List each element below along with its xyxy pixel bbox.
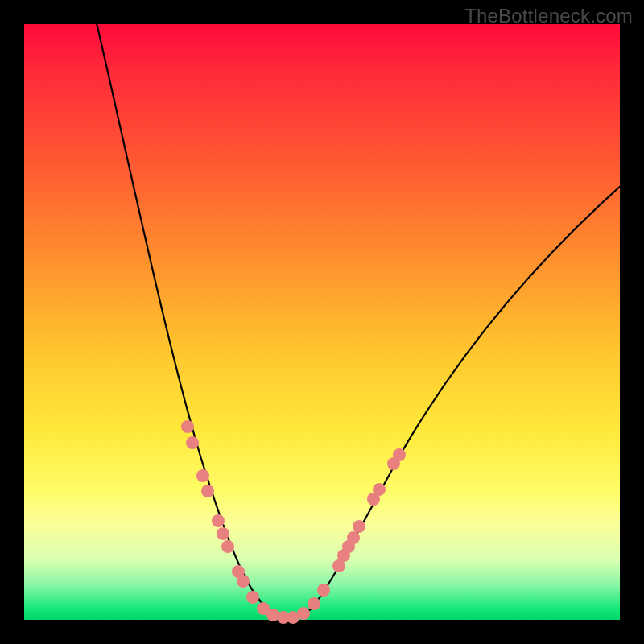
marker-group (181, 420, 406, 624)
curve-left-path (95, 16, 285, 618)
curve-marker (212, 514, 225, 527)
curve-marker (237, 575, 250, 588)
curve-marker (353, 520, 365, 533)
curve-marker (181, 420, 194, 433)
curve-marker (373, 483, 386, 496)
curve-marker (217, 527, 229, 540)
watermark-text: TheBottleneck.com (464, 5, 633, 27)
curve-marker (186, 436, 199, 449)
curve-marker (347, 531, 360, 544)
curve-marker (317, 584, 330, 597)
curve-marker (308, 597, 320, 610)
plot-frame (24, 24, 620, 620)
curve-marker (196, 469, 209, 482)
curve-marker (221, 540, 234, 553)
curve-marker (393, 448, 406, 461)
curve-marker (201, 485, 214, 497)
curve-right-path (285, 185, 621, 618)
curve-marker (297, 607, 310, 620)
curve-marker (246, 591, 259, 604)
bottleneck-curve-svg (24, 24, 620, 620)
